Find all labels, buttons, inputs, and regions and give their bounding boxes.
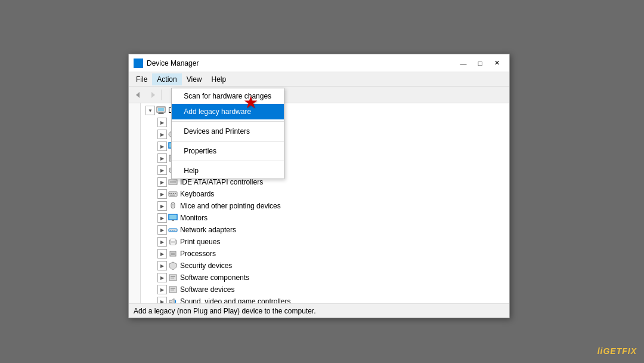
svg-rect-2 <box>135 66 141 67</box>
expand-btn[interactable]: ▶ <box>157 130 167 139</box>
action-dropdown: Scan for hardware changes Add legacy har… <box>171 88 284 179</box>
svg-marker-4 <box>151 92 155 98</box>
expand-btn[interactable]: ▶ <box>157 237 167 247</box>
mouse-icon <box>168 201 178 211</box>
expand-btn[interactable]: ▶ <box>157 249 167 259</box>
item-label: IDE ATA/ATAPI controllers <box>180 178 263 186</box>
svg-rect-0 <box>135 60 142 65</box>
tree-item[interactable]: ▶ Software components <box>141 272 509 284</box>
dropdown-item-devices-printers[interactable]: Devices and Printers <box>172 124 284 139</box>
title-bar-left: Device Manager <box>134 59 199 68</box>
print-icon <box>168 237 178 247</box>
tree-item[interactable]: ▶ Monitors <box>141 212 509 224</box>
menu-help[interactable]: Help <box>207 73 231 85</box>
dropdown-item-scan[interactable]: Scan for hardware changes <box>172 88 284 104</box>
window-title: Device Manager <box>147 59 199 67</box>
tree-item[interactable]: ▶ Network adapters <box>141 224 509 236</box>
tree-item[interactable]: ▶ Sound, video and game controllers <box>141 296 509 303</box>
expand-btn[interactable]: ▶ <box>157 141 167 151</box>
menu-action[interactable]: Action Scan for hardware changes Add leg… <box>152 73 181 85</box>
svg-rect-26 <box>171 193 172 194</box>
sidebar <box>129 103 141 303</box>
forward-button[interactable] <box>145 88 160 101</box>
tree-item[interactable]: ▶ Processors <box>141 248 509 260</box>
tree-item[interactable]: ▶ Security devices <box>141 260 509 272</box>
tree-item[interactable]: ▶ Software devices <box>141 284 509 296</box>
expand-btn[interactable]: ▶ <box>157 189 167 199</box>
toolbar-separator <box>162 90 162 100</box>
item-label: Security devices <box>180 262 232 270</box>
svg-rect-40 <box>171 239 175 241</box>
svg-rect-23 <box>170 181 176 183</box>
menu-file[interactable]: File <box>131 73 152 85</box>
item-label: Monitors <box>180 214 208 222</box>
monitor-icon <box>168 213 178 223</box>
dropdown-item-add-legacy[interactable]: Add legacy hardware <box>172 104 284 119</box>
item-label: Processors <box>180 250 216 258</box>
device-manager-window: Device Manager — □ ✕ File Action Scan fo… <box>128 54 510 318</box>
svg-rect-29 <box>170 195 175 196</box>
svg-rect-38 <box>174 230 175 230</box>
root-icon <box>156 106 166 115</box>
tree-item[interactable]: ▶ Mice and other pointing devices <box>141 200 509 212</box>
expand-btn[interactable]: ▶ <box>157 273 167 282</box>
svg-rect-1 <box>137 65 140 66</box>
window-icon <box>134 59 143 68</box>
network-icon <box>168 225 178 235</box>
dropdown-separator-1 <box>172 121 284 122</box>
item-label: Software devices <box>180 285 234 294</box>
svg-rect-28 <box>175 193 176 194</box>
expand-btn[interactable]: ▶ <box>157 261 167 270</box>
svg-rect-43 <box>171 253 175 255</box>
svg-rect-41 <box>171 243 175 245</box>
security-icon <box>168 261 178 270</box>
software-components-icon <box>168 273 178 282</box>
maximize-button[interactable]: □ <box>472 57 488 69</box>
expand-root[interactable]: ▼ <box>145 106 155 115</box>
item-label: Print queues <box>180 238 220 246</box>
expand-btn[interactable]: ▶ <box>157 201 167 211</box>
dropdown-item-help[interactable]: Help <box>172 163 284 179</box>
expand-btn[interactable]: ▶ <box>157 213 167 223</box>
svg-rect-45 <box>171 276 175 277</box>
watermark: liGETFIX <box>597 346 637 356</box>
svg-rect-9 <box>158 113 164 114</box>
svg-rect-34 <box>172 220 174 221</box>
svg-marker-3 <box>136 92 140 98</box>
title-bar: Device Manager — □ ✕ <box>129 54 509 72</box>
back-button[interactable] <box>131 88 145 101</box>
svg-rect-37 <box>172 230 173 230</box>
expand-btn[interactable]: ▶ <box>157 177 167 187</box>
svg-rect-33 <box>169 215 177 219</box>
svg-rect-48 <box>171 288 175 289</box>
svg-rect-27 <box>173 193 174 194</box>
item-label: Mice and other pointing devices <box>180 202 281 210</box>
processor-icon <box>168 249 178 259</box>
dropdown-separator-2 <box>172 141 284 141</box>
item-label: Keyboards <box>180 190 214 198</box>
item-label: Sound, video and game controllers <box>180 297 290 303</box>
expand-btn[interactable]: ▶ <box>157 297 167 303</box>
menu-view[interactable]: View <box>182 73 207 85</box>
software-devices-icon <box>168 285 178 294</box>
tree-item[interactable]: ▶ Print queues <box>141 236 509 248</box>
svg-marker-50 <box>169 299 174 303</box>
expand-btn[interactable]: ▶ <box>157 153 167 163</box>
expand-btn[interactable]: ▶ <box>157 285 167 294</box>
status-bar: Add a legacy (non Plug and Play) device … <box>129 303 509 318</box>
tree-item[interactable]: ▶ Keyboards <box>141 188 509 200</box>
expand-btn[interactable]: ▶ <box>157 225 167 235</box>
sound-icon <box>168 297 178 303</box>
dropdown-item-properties[interactable]: Properties <box>172 143 284 159</box>
status-text: Add a legacy (non Plug and Play) device … <box>134 307 316 315</box>
menu-bar: File Action Scan for hardware changes Ad… <box>129 72 509 87</box>
expand-btn[interactable]: ▶ <box>157 165 167 175</box>
item-label: Software components <box>180 273 249 282</box>
dropdown-separator-3 <box>172 161 284 161</box>
minimize-button[interactable]: — <box>456 57 471 69</box>
close-button[interactable]: ✕ <box>489 57 504 69</box>
svg-rect-49 <box>171 290 174 291</box>
svg-rect-46 <box>171 278 174 279</box>
svg-rect-7 <box>158 108 164 111</box>
expand-btn[interactable]: ▶ <box>157 118 167 127</box>
